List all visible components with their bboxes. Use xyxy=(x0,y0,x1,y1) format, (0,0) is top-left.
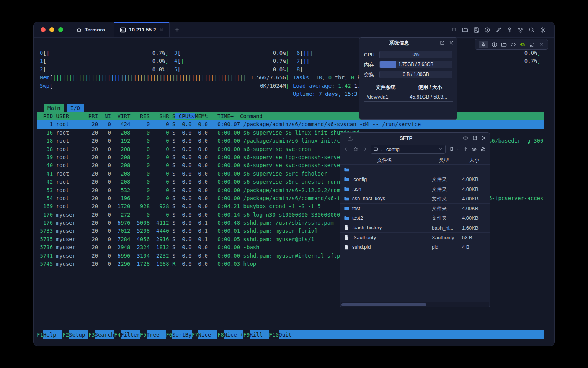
search-icon[interactable] xyxy=(529,27,535,33)
sysinfo-progressbar: 0% xyxy=(379,51,452,58)
open-in-window-icon[interactable] xyxy=(472,135,477,141)
code-icon[interactable] xyxy=(451,27,457,33)
file-row-.bash_history[interactable]: .bash_historybash_hi...1.60KB xyxy=(340,223,490,233)
keychain-icon[interactable] xyxy=(518,27,524,33)
process-table-header[interactable]: PID USER PRI NI VIRT RES SHR S CPU%▽MEM%… xyxy=(37,112,544,120)
file-column-header-0[interactable]: 文件名 xyxy=(340,155,429,164)
fkey-f1-help[interactable]: Help xyxy=(43,330,63,339)
fkey-f2-number: F2 xyxy=(62,330,69,339)
scrollbar-thumb[interactable] xyxy=(341,303,426,306)
edit-icon[interactable] xyxy=(495,27,501,33)
fkey-f6-number: F6 xyxy=(166,330,172,339)
window-controls xyxy=(41,27,63,32)
uptime-line: Uptime: 7 days, 15:3 xyxy=(293,90,358,98)
file-type: 文件夹 xyxy=(429,184,459,194)
computer-icon xyxy=(373,147,378,152)
file-name: ssh_host_keys xyxy=(352,194,385,203)
info-icon[interactable] xyxy=(492,42,497,48)
file-row-.Xauthority[interactable]: .XauthorityXauthority58 B xyxy=(340,233,490,242)
file-type: pid xyxy=(429,242,459,251)
home-icon xyxy=(76,27,82,33)
path-breadcrumb[interactable]: config xyxy=(371,145,446,154)
file-row-..[interactable]: .. xyxy=(340,165,490,174)
file-row-.config[interactable]: .config文件夹4.00KB xyxy=(340,174,490,184)
file-name: .. xyxy=(352,165,355,174)
fkey-f5-tree[interactable]: Tree xyxy=(147,330,166,339)
log-file-icon[interactable] xyxy=(473,27,479,33)
fkey-f2-setup[interactable]: Setup xyxy=(69,330,88,339)
cpu-meter-2: 2[0.0%] xyxy=(40,66,168,74)
fs-usage: 45.61GB / 58.3... xyxy=(407,92,453,101)
fkey-f1-number: F1 xyxy=(37,330,43,339)
open-in-window-icon[interactable] xyxy=(439,40,445,46)
fkey-f3-search[interactable]: Search xyxy=(95,330,114,339)
close-panel-icon[interactable] xyxy=(449,40,454,46)
close-icon[interactable] xyxy=(539,42,544,48)
file-row-test2[interactable]: test2文件夹4.00KB xyxy=(340,213,490,223)
file-row-ssh_host_keys[interactable]: ssh_host_keys文件夹4.00KB xyxy=(340,194,490,204)
bookmark-caret-icon[interactable] xyxy=(456,148,459,151)
folder-icon[interactable] xyxy=(501,42,507,48)
fkey-f8-nice[interactable]: Nice + xyxy=(224,330,243,339)
close-tab-icon[interactable] xyxy=(159,28,164,32)
chevron-down-icon[interactable] xyxy=(438,147,443,151)
help-icon[interactable] xyxy=(463,135,468,141)
fkey-f4-filter[interactable]: Filter xyxy=(121,330,140,339)
back-icon[interactable] xyxy=(344,146,350,152)
download-icon[interactable] xyxy=(347,135,353,141)
file-size: 4 B xyxy=(459,242,490,251)
home-dir-icon[interactable] xyxy=(353,146,358,152)
terminal-icon xyxy=(120,27,126,33)
forward-icon[interactable] xyxy=(362,146,367,152)
folder-fill-icon xyxy=(344,176,350,182)
sysinfo-progressbar: 1.75GB / 7.65GB xyxy=(379,61,452,68)
new-tab-button[interactable] xyxy=(174,27,180,33)
bookmark-icon[interactable] xyxy=(449,146,454,152)
file-row-sshd.pid[interactable]: sshd.pidpid4 B xyxy=(340,242,490,252)
process-row-1[interactable]: 1 root 20 0 424 0 0 S 0.0 0.0 0:00.07 /p… xyxy=(37,120,544,128)
file-size: 1.60KB xyxy=(459,223,490,232)
zoom-window-button[interactable] xyxy=(58,27,63,32)
htop-tab-io[interactable]: I/O xyxy=(67,104,84,112)
sync-icon[interactable] xyxy=(529,42,535,48)
file-column-header-2[interactable]: 大小 xyxy=(459,155,490,164)
sftp-titlebar: SFTP xyxy=(340,133,490,143)
key-icon[interactable] xyxy=(506,27,513,33)
refresh-icon[interactable] xyxy=(480,146,486,152)
pin-icon[interactable] xyxy=(479,41,488,48)
htop-tab-main[interactable]: Main xyxy=(44,104,64,112)
fs-table-header-1: 使用 / 大小 xyxy=(407,82,453,92)
fkey-f8-number: F8 xyxy=(217,330,224,339)
folder-icon[interactable] xyxy=(462,27,468,33)
session-tab-title: 10.211.55.2 xyxy=(129,27,156,33)
home-tab[interactable]: Termora xyxy=(72,22,109,37)
record-icon[interactable] xyxy=(484,27,490,33)
file-type xyxy=(429,165,459,174)
sort-column-cpu[interactable]: CPU%▽ xyxy=(175,113,195,119)
fkey-f6-sortby[interactable]: SortBy xyxy=(172,330,192,339)
floating-mini-toolbar xyxy=(475,39,548,50)
fkey-f10-quit[interactable]: Quit xyxy=(279,330,298,339)
minimize-window-button[interactable] xyxy=(49,27,54,32)
progress-text: 0% xyxy=(380,51,452,58)
code-icon[interactable] xyxy=(510,42,516,48)
close-window-button[interactable] xyxy=(41,27,46,32)
nvidia-icon[interactable] xyxy=(520,42,526,48)
settings-icon[interactable] xyxy=(540,27,546,33)
sftp-title: SFTP xyxy=(353,135,459,141)
system-info-panel: 系统信息 CPU:0%内存:1.75GB / 7.65GB交换:0 B / 1.… xyxy=(359,37,457,120)
upload-icon[interactable] xyxy=(462,146,468,152)
close-panel-icon[interactable] xyxy=(481,135,487,141)
show-hidden-icon[interactable] xyxy=(471,146,477,152)
file-size: 4.00KB xyxy=(459,174,490,184)
file-row-test[interactable]: test文件夹4.00KB xyxy=(340,204,490,213)
file-size: 4.00KB xyxy=(459,184,490,194)
file-name: .Xauthority xyxy=(352,233,376,242)
file-row-.ssh[interactable]: .ssh文件夹4.00KB xyxy=(340,184,490,194)
file-type: bash_hi... xyxy=(429,223,459,232)
file-column-header-1[interactable]: 类型 xyxy=(429,155,459,164)
fnbar-filler xyxy=(298,330,544,339)
fkey-f7-nice[interactable]: Nice - xyxy=(198,330,217,339)
session-tab[interactable]: 10.211.55.2 xyxy=(114,22,170,37)
fkey-f9-kill[interactable]: Kill xyxy=(250,330,269,339)
